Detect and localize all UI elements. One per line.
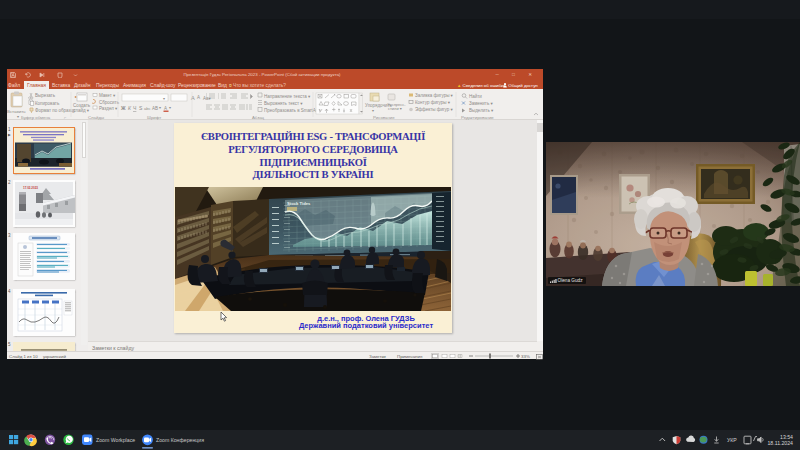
svg-text:А: А	[197, 95, 200, 100]
svg-text:▾: ▾	[163, 96, 165, 101]
svg-text:Раздел ▾: Раздел ▾	[99, 106, 118, 111]
svg-text:А: А	[191, 95, 195, 101]
svg-text:Макет ▾: Макет ▾	[99, 93, 116, 98]
svg-text:УКР: УКР	[727, 437, 737, 443]
svg-text:стили ▾: стили ▾	[388, 106, 402, 111]
svg-text:Эффекты фигур ▾: Эффекты фигур ▾	[415, 107, 454, 112]
svg-text:Ч: Ч	[133, 105, 136, 111]
svg-text:Заливка фигуры ▾: Заливка фигуры ▾	[415, 93, 454, 98]
svg-text:А: А	[164, 106, 167, 111]
svg-text:Выровнять текст ▾: Выровнять текст ▾	[264, 101, 303, 106]
svg-text:13:54: 13:54	[780, 434, 793, 440]
svg-text:▾: ▾	[169, 105, 171, 110]
svg-text:Преобразовать в SmartArt ▾: Преобразовать в SmartArt ▾	[264, 108, 323, 113]
svg-text:Выделить ▾: Выделить ▾	[469, 108, 494, 113]
svg-text:Найти: Найти	[469, 93, 482, 99]
svg-text:S: S	[139, 105, 143, 111]
svg-text:Сбросить: Сбросить	[99, 100, 120, 105]
svg-text:слайд ▾: слайд ▾	[73, 107, 90, 113]
svg-text:Направление текста ▾: Направление текста ▾	[264, 94, 311, 99]
svg-text:Копировать: Копировать	[35, 101, 60, 106]
svg-text:▾: ▾	[17, 114, 19, 119]
svg-text:abc: abc	[144, 106, 150, 111]
svg-text:Ж: Ж	[120, 105, 126, 111]
svg-text:Stock Tides: Stock Tides	[287, 201, 311, 206]
svg-text:17.02.2023: 17.02.2023	[23, 186, 38, 190]
svg-text:АВ: АВ	[152, 106, 158, 111]
svg-text:▾: ▾	[372, 108, 374, 113]
svg-text:Контур фигуры ▾: Контур фигуры ▾	[415, 100, 451, 105]
svg-text:Вырезать: Вырезать	[35, 93, 56, 98]
svg-text:Zoom Конференция: Zoom Конференция	[156, 437, 204, 443]
svg-text:Zoom Workplace: Zoom Workplace	[96, 437, 135, 443]
svg-text:▾: ▾	[159, 105, 161, 110]
svg-text:Заменить ▾: Заменить ▾	[469, 101, 493, 106]
svg-text:Формат по образцу: Формат по образцу	[35, 108, 76, 113]
svg-text:К: К	[128, 105, 132, 111]
svg-text:18.11.2024: 18.11.2024	[767, 440, 793, 446]
